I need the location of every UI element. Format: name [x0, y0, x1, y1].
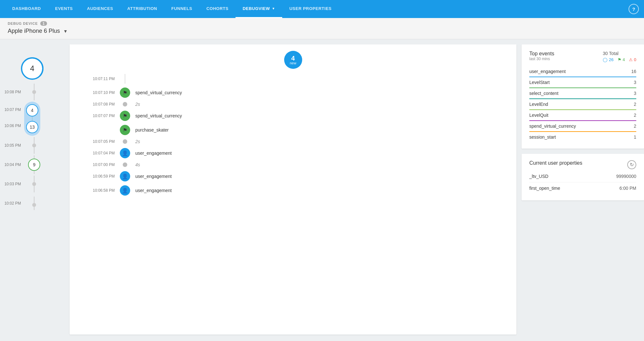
- nav-debugview[interactable]: DEBUGVIEW ▼: [235, 0, 282, 18]
- event-gap-label: 2s: [135, 139, 140, 144]
- stat-row-spend-virtual-currency[interactable]: spend_virtual_currency 2: [529, 121, 636, 132]
- event-icon-gray: [123, 139, 127, 144]
- total-label: 30 Total: [603, 51, 636, 56]
- prop-name: _ltv_USD: [529, 174, 548, 179]
- event-row-gap: 10:07:05 PM 2s: [76, 137, 510, 146]
- person-icon: 👤: [122, 188, 128, 194]
- event-gap-label: 4s: [135, 162, 140, 167]
- nav-audiences[interactable]: AUDIENCES: [80, 0, 120, 18]
- event-name: spend_virtual_currency: [135, 90, 182, 95]
- stat-count: 2: [634, 124, 636, 129]
- stat-row-session-start[interactable]: session_start 1: [529, 132, 636, 142]
- stat-count: 2: [634, 102, 636, 107]
- device-dropdown-arrow: ▼: [63, 29, 68, 34]
- top-events-title: Top events: [529, 51, 554, 57]
- time-1004: 10:04 PM: [0, 162, 24, 167]
- nav-attribution[interactable]: ATTRIBUTION: [120, 0, 164, 18]
- time-1003: 10:03 PM: [0, 182, 24, 186]
- debugview-dropdown-arrow: ▼: [272, 7, 275, 10]
- event-time: 10:07:08 PM: [76, 102, 115, 106]
- event-icon-green: ⚑: [120, 125, 130, 135]
- count-blue: ◯ 26: [603, 57, 613, 62]
- event-list: 10:07:11 PM 10:07:10 PM ⚑ spend_virtual_…: [70, 72, 516, 204]
- tl-dot-1008: [32, 90, 36, 94]
- event-stats-list: user_engagement 16 LevelStart 3 select_c…: [529, 66, 636, 142]
- tl-node-4: 4: [26, 104, 38, 116]
- timeline-sidebar: 4 10:08 PM 10:07 PM 10:06 PM: [0, 44, 64, 335]
- event-row: 10:07:11 PM: [76, 72, 510, 86]
- stat-row-user-engagement[interactable]: user_engagement 16: [529, 66, 636, 77]
- icon-counts: ◯ 26 ⚑ 4 ⚠ 0: [603, 57, 636, 62]
- stat-count: 2: [634, 113, 636, 118]
- flag-icon: ⚑: [123, 90, 127, 96]
- event-icon-blue: 👤: [120, 148, 130, 158]
- stat-name: spend_virtual_currency: [529, 124, 576, 129]
- stat-name: session_start: [529, 134, 556, 140]
- event-row-gap: 10:07:08 PM 2s: [76, 100, 510, 109]
- event-row-gap: 10:07:00 PM 4s: [76, 160, 510, 169]
- stat-row-levelquit[interactable]: LevelQuit 2: [529, 110, 636, 121]
- event-row[interactable]: 10:06:58 PM 👤 user_engagement: [76, 183, 510, 198]
- stat-row-levelend[interactable]: LevelEnd 2: [529, 99, 636, 110]
- nav-events[interactable]: EVENTS: [48, 0, 80, 18]
- center-panel: 4 new 10:07:11 PM 10:07:10 PM ⚑: [70, 44, 516, 335]
- stat-count: 16: [631, 69, 636, 74]
- event-name: user_engagement: [135, 151, 172, 156]
- stat-name: select_content: [529, 91, 558, 96]
- event-gap-label: 2s: [135, 102, 140, 107]
- history-icon[interactable]: ↻: [627, 160, 636, 169]
- user-properties-title: Current user properties: [529, 160, 582, 166]
- debug-badge: 1: [40, 21, 47, 26]
- event-time: 10:07:00 PM: [76, 162, 115, 167]
- event-row[interactable]: 10:07:04 PM 👤 user_engagement: [76, 146, 510, 160]
- event-row[interactable]: ⚑ purchase_skater: [76, 123, 510, 137]
- prop-name: first_open_time: [529, 186, 560, 191]
- prop-row-first-open: first_open_time 6:00 PM: [529, 182, 636, 194]
- new-badge: 4 new: [284, 51, 302, 69]
- flag-icon: ⚑: [123, 127, 127, 133]
- event-row[interactable]: 10:07:07 PM ⚑ spend_virtual_currency: [76, 109, 510, 123]
- event-row[interactable]: 10:07:10 PM ⚑ spend_virtual_currency: [76, 86, 510, 100]
- event-name: user_engagement: [135, 188, 172, 193]
- tl-node-13: 13: [26, 121, 38, 133]
- main-layout: 4 10:08 PM 10:07 PM 10:06 PM: [0, 39, 644, 340]
- debug-device-label: DEBUG DEVICE 1: [8, 21, 636, 26]
- person-icon: 👤: [122, 150, 128, 156]
- stat-count: 3: [634, 80, 636, 85]
- nav-funnels[interactable]: FUNNELS: [164, 0, 199, 18]
- event-icon-blue: 👤: [120, 171, 130, 181]
- user-properties-card: Current user properties ↻ _ltv_USD 99990…: [522, 154, 644, 200]
- device-name: Apple iPhone 6 Plus: [8, 28, 60, 34]
- event-icon-blue: 👤: [120, 185, 130, 196]
- tl-dot-1003: [32, 182, 36, 186]
- stat-row-levelstart[interactable]: LevelStart 3: [529, 77, 636, 88]
- event-icon-gray: [123, 162, 127, 167]
- tl-dot-1005: [32, 143, 36, 147]
- event-row[interactable]: 10:06:59 PM 👤 user_engagement: [76, 169, 510, 183]
- help-button[interactable]: ?: [629, 4, 639, 14]
- event-icon-gray: [123, 102, 127, 106]
- prop-value: 6:00 PM: [620, 186, 636, 191]
- prop-row-ltv: _ltv_USD 99990000: [529, 170, 636, 182]
- error-circle-icon: ⚠: [629, 57, 633, 62]
- time-1008: 10:08 PM: [0, 90, 24, 94]
- event-time: 10:07:11 PM: [76, 77, 115, 81]
- count-red: ⚠ 0: [629, 57, 636, 62]
- event-name: user_engagement: [135, 174, 172, 179]
- event-time: 10:07:10 PM: [76, 90, 115, 95]
- nav-cohorts[interactable]: COHORTS: [199, 0, 236, 18]
- nav-user-properties[interactable]: USER PROPERTIES: [282, 0, 339, 18]
- stat-row-select-content[interactable]: select_content 3: [529, 88, 636, 99]
- device-selector[interactable]: Apple iPhone 6 Plus ▼: [8, 28, 636, 34]
- nav-dashboard[interactable]: DASHBOARD: [5, 0, 48, 18]
- subheader: DEBUG DEVICE 1 Apple iPhone 6 Plus ▼: [0, 18, 644, 39]
- flag-circle-icon: ⚑: [618, 57, 621, 62]
- top-events-subtitle: last 30 mins: [529, 57, 554, 61]
- top-events-card: Top events last 30 mins 30 Total ◯ 26 ⚑ …: [522, 44, 644, 149]
- right-panel: Top events last 30 mins 30 Total ◯ 26 ⚑ …: [522, 44, 644, 335]
- event-name: purchase_skater: [135, 127, 169, 133]
- center-top: 4 new: [70, 44, 516, 72]
- person-circle-icon: ◯: [603, 57, 608, 62]
- navigation: DASHBOARD EVENTS AUDIENCES ATTRIBUTION F…: [0, 0, 644, 18]
- person-icon: 👤: [122, 173, 128, 180]
